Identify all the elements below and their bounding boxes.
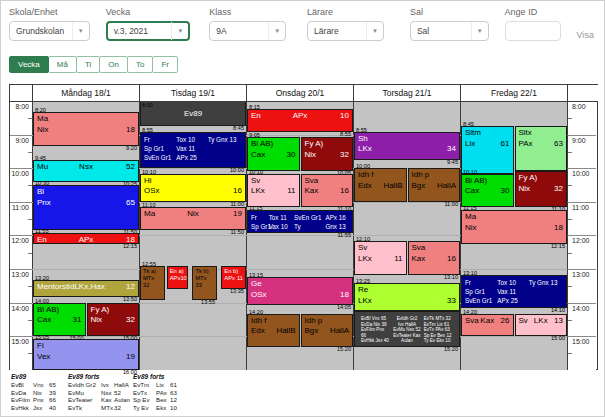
half-hour-tick	[28, 185, 32, 186]
hour-line	[32, 269, 567, 270]
tab-vecka[interactable]: Vecka	[9, 56, 49, 73]
lesson-block: MuNsx529:4510:25	[33, 160, 139, 182]
footnote-row: Ty EvEkx10	[133, 404, 180, 412]
lesson-end-time: 14:05	[337, 304, 351, 310]
lesson-text-row: Fy A)	[519, 173, 564, 184]
footnote-row: EvBlVnx65	[11, 381, 59, 389]
lesson-text-row: Hi	[144, 176, 242, 187]
tab-to[interactable]: To	[127, 56, 153, 73]
lesson-end-time: 11:00	[444, 201, 458, 207]
ev89-options-list: EvBl Vnx 65EvDa Nix 39EvFilm Pnx 66EvHkk…	[358, 313, 456, 345]
lesson-end-time: 8:45	[233, 125, 244, 131]
lesson-start-time: 11:15	[249, 205, 263, 211]
school-select[interactable]: Grundskolan ▼	[9, 21, 90, 41]
lesson-block: En a)APx10	[167, 266, 188, 288]
lesson-text-row: Cax30	[251, 150, 296, 161]
lesson-text-row: LKx34	[358, 144, 456, 155]
lesson-start-time: 11:10	[142, 202, 156, 208]
lesson-text-row: Nix32	[91, 315, 136, 326]
id-field: Ange ID	[505, 7, 561, 41]
lesson-text-row: Ma	[37, 114, 135, 125]
lesson-text-row: MuNsx52	[37, 162, 135, 173]
lesson-end-time: 11:00	[230, 201, 244, 207]
lesson-text-row: Bl	[37, 187, 135, 198]
footnote-row: EvTmLix61	[133, 381, 180, 389]
lesson-block: SvLKx1315:00	[515, 314, 568, 336]
lesson-text-row: SvEn Gr1APx 25	[465, 296, 563, 305]
lesson-text-row: LKx11	[251, 186, 296, 197]
lesson-block: SltxPAx6310:05	[515, 126, 568, 171]
lesson-start-time: 9:05	[249, 132, 260, 138]
week-select[interactable]: v.3, 2021 ▼	[106, 21, 191, 41]
class-select-value: 9A	[216, 26, 226, 36]
class-select[interactable]: 9A ▼	[209, 21, 286, 41]
ev89-options-column: EvTk MTx 32EvTm Lix 61EvTx PAx 63Sp Ev B…	[423, 316, 454, 345]
lesson-block: Bi AB)Cax309:05	[247, 137, 300, 171]
tab-ma[interactable]: Må	[48, 56, 77, 73]
lesson-end-time: 15:00	[551, 335, 565, 341]
lesson-end-time: 8:55	[340, 131, 351, 137]
lesson-text-row: Pnx65	[37, 198, 135, 209]
week-select-value: v.3, 2021	[114, 26, 148, 36]
half-hour-tick	[28, 219, 32, 220]
lesson-text-row: Sv	[251, 176, 296, 187]
lesson-text-row: Sp Gr1Vax 11	[144, 144, 242, 153]
lesson-start-time: 13:10	[463, 270, 477, 276]
lesson-text-row: Nix32	[305, 150, 350, 161]
half-hour-tick	[28, 320, 32, 321]
half-hour-tick	[28, 152, 32, 153]
time-label: 9:00	[10, 135, 32, 169]
header-divider	[10, 101, 597, 102]
lesson-start-time: 8:55	[142, 127, 153, 133]
time-label: 8:00	[10, 101, 32, 135]
tab-on[interactable]: On	[99, 56, 128, 73]
school-label: Skola/Enhet	[9, 7, 90, 17]
lesson-end-time: 9:20	[126, 145, 137, 151]
lesson-block: Idh fEdxHallB14:20	[247, 314, 300, 348]
lesson-text-row: LKx11	[358, 254, 403, 265]
lesson-block: SvaKax1611:10	[301, 174, 354, 208]
footnote-row: EvTeaterKaxAulan	[68, 396, 132, 404]
lesson-block: GeOSx1813:1514:05	[247, 277, 353, 305]
lesson-text-row: Cax31	[37, 315, 82, 326]
time-label: 13:00	[567, 269, 596, 303]
lesson-end-time: 13:55	[201, 299, 215, 305]
footnote-row: EvMuNsx52	[68, 389, 132, 397]
visa-button[interactable]: Visa	[571, 29, 600, 41]
lesson-text-row: FrTox 10Ty Gnx 13	[465, 278, 563, 287]
ev89-options-column: EvIdh Gr2Ivx HallAEvMu Nsx 52EvTeater Ka…	[391, 316, 422, 345]
lesson-text-row: Vex19	[37, 352, 135, 363]
lesson-block: SltmLix618:45	[461, 126, 514, 174]
filter-bar: Skola/Enhet Grundskolan ▼ Vecka v.3, 202…	[9, 7, 600, 41]
lesson-end-time: 12:15	[123, 243, 137, 249]
lesson-start-time: 10:10	[463, 169, 477, 175]
lesson-start-time: 8:00	[142, 102, 153, 108]
tab-fr[interactable]: Fr	[152, 56, 178, 73]
chevron-down-icon: ▼	[366, 22, 383, 40]
tab-ti[interactable]: Ti	[76, 56, 100, 73]
day-header: Onsdag 20/1	[246, 85, 353, 101]
lesson-block: ReLKx3313:2514:15	[354, 283, 460, 311]
time-label: 10:00	[567, 168, 596, 202]
lesson-text-row: Idh p	[305, 316, 350, 327]
lesson-text-row: Idh p	[412, 170, 457, 181]
id-input[interactable]	[505, 21, 561, 41]
lesson-text-row: Bi AB)	[465, 176, 510, 187]
week-schedule-grid: Måndag 18/1Tisdag 19/1Onsdag 20/1Torsdag…	[9, 84, 598, 370]
week-label: Vecka	[106, 7, 191, 17]
lesson-block: ShLKx348:559:45	[354, 132, 460, 160]
lesson-start-time: 10:30	[35, 180, 49, 186]
lesson-text-row: Cax30	[465, 186, 510, 197]
lesson-end-time: 15:20	[444, 346, 458, 352]
lesson-end-time: 11:55	[337, 232, 351, 238]
footnote-row: EvTxPAx63	[133, 389, 180, 397]
teacher-select[interactable]: Lärare ▼	[307, 21, 384, 41]
room-select[interactable]: Sal ▼	[410, 21, 489, 41]
teacher-label: Lärare	[307, 7, 384, 17]
lesson-block: FrTox 11SvEn Gr1APx 16Sp Gr1Vax 10TyGnx …	[247, 210, 353, 232]
chevron-down-icon: ▼	[268, 22, 285, 40]
header-corner	[10, 85, 32, 101]
lesson-block: EnAPx108:158:55	[247, 109, 353, 131]
lesson-block: Idh pBgxHallA11:00	[408, 168, 461, 202]
lesson-block: Fy A)Nix3215:00	[87, 303, 140, 337]
